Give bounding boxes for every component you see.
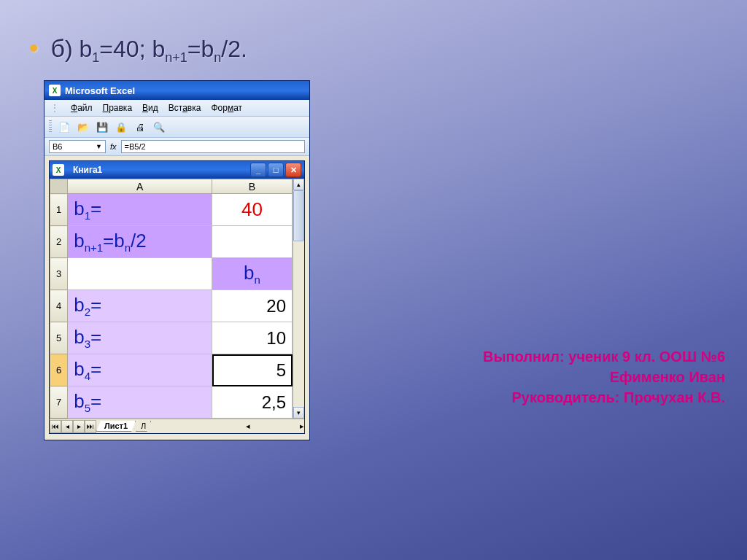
spreadsheet-grid[interactable]: A B 1b1=402bn+1=bn/23bn4b2=205b3=106b4=5… xyxy=(50,179,293,419)
workbook-titlebar[interactable]: X Книга1 _ □ ✕ xyxy=(50,161,304,179)
cell[interactable]: 40 xyxy=(212,194,293,226)
formula-input[interactable]: =B5/2 xyxy=(121,140,305,153)
cell[interactable]: b1= xyxy=(68,194,212,226)
column-header-B[interactable]: B xyxy=(212,179,293,194)
scroll-down-button[interactable]: ▾ xyxy=(293,407,304,419)
sheet-tab-2[interactable]: Л xyxy=(136,421,151,432)
menu-view[interactable]: Вид xyxy=(142,103,158,113)
scroll-right-button[interactable]: ▸ xyxy=(300,421,304,431)
cell[interactable] xyxy=(68,258,212,290)
tab-first-button[interactable]: ⏮ xyxy=(50,420,61,433)
credit-line-3: Руководитель: Прочухан К.В. xyxy=(483,387,725,408)
credit-line-2: Ефименко Иван xyxy=(483,367,725,387)
cell[interactable]: 20 xyxy=(212,290,293,322)
new-button[interactable]: 📄 xyxy=(56,119,72,135)
menu-edit[interactable]: Правка xyxy=(103,103,133,113)
cell[interactable]: b5= xyxy=(68,386,212,419)
heading-letter: б xyxy=(51,34,65,62)
save-button[interactable]: 💾 xyxy=(94,119,110,135)
excel-icon: X xyxy=(49,85,61,96)
cell[interactable]: bn xyxy=(212,258,293,290)
preview-button[interactable]: 🔍 xyxy=(151,119,167,135)
row-header[interactable]: 5 xyxy=(50,322,68,354)
cell[interactable] xyxy=(212,226,293,258)
scroll-up-button[interactable]: ▴ xyxy=(293,179,304,190)
workbook-title: Книга1 xyxy=(73,165,102,175)
minimize-button[interactable]: _ xyxy=(250,163,266,177)
name-box-value: B6 xyxy=(53,142,62,151)
cell[interactable]: 10 xyxy=(212,322,293,354)
menu-format[interactable]: Формат xyxy=(211,103,242,113)
cell[interactable]: bn+1=bn/2 xyxy=(68,226,212,258)
permissions-button[interactable]: 🔒 xyxy=(113,119,129,135)
cell[interactable]: 5 xyxy=(212,354,293,386)
cell[interactable]: b2= xyxy=(68,290,212,322)
toolbar-grip-icon xyxy=(49,120,52,133)
fx-icon[interactable]: fx xyxy=(110,142,117,151)
column-header-A[interactable]: A xyxy=(68,179,212,194)
row-header[interactable]: 2 xyxy=(50,226,68,258)
tab-next-button[interactable]: ▸ xyxy=(73,420,85,433)
bullet-icon: • xyxy=(29,33,39,63)
scroll-thumb[interactable] xyxy=(293,190,304,241)
cell[interactable]: b4= xyxy=(68,354,212,386)
workbook-window: X Книга1 _ □ ✕ A B 1b1=402bn+1=bn/23bn4b… xyxy=(49,160,305,434)
sheet-tab-active[interactable]: Лист1 xyxy=(96,421,136,432)
maximize-button[interactable]: □ xyxy=(268,163,284,177)
menu-grip-icon: ⋮ xyxy=(50,103,59,113)
menu-file[interactable]: Файл xyxy=(71,103,93,113)
row-header[interactable]: 1 xyxy=(50,194,68,226)
scroll-track[interactable] xyxy=(293,190,304,407)
dropdown-icon[interactable]: ▼ xyxy=(96,143,102,150)
workbook-icon: X xyxy=(53,164,64,176)
formula-bar: B6 ▼ fx =B5/2 xyxy=(44,138,309,156)
select-all-corner[interactable] xyxy=(50,179,68,194)
menu-bar: ⋮ Файл Правка Вид Вставка Формат xyxy=(44,100,309,117)
heading-formula: b1=40; bn+1=bn/2. xyxy=(80,36,247,62)
close-button[interactable]: ✕ xyxy=(285,163,301,177)
credits-block: Выполнил: ученик 9 кл. ООШ №6 Ефименко И… xyxy=(483,346,725,408)
slide-heading: • б) b1=40; bn+1=bn/2. xyxy=(29,33,247,66)
standard-toolbar: 📄 📂 💾 🔒 🖨 🔍 xyxy=(44,117,309,138)
credit-line-1: Выполнил: ученик 9 кл. ООШ №6 xyxy=(483,346,725,367)
window-controls: _ □ ✕ xyxy=(250,163,301,177)
print-button[interactable]: 🖨 xyxy=(132,119,148,135)
row-header[interactable]: 4 xyxy=(50,290,68,322)
tab-prev-button[interactable]: ◂ xyxy=(61,420,73,433)
vertical-scrollbar[interactable]: ▴ ▾ xyxy=(293,179,304,419)
cell[interactable]: b3= xyxy=(68,322,212,354)
app-title: Microsoft Excel xyxy=(65,85,135,96)
cell[interactable]: 2,5 xyxy=(212,386,293,419)
tab-navigation: ⏮ ◂ ▸ ⏭ xyxy=(50,420,96,433)
excel-app-window: X Microsoft Excel ⋮ Файл Правка Вид Вста… xyxy=(44,80,310,440)
menu-insert[interactable]: Вставка xyxy=(169,103,201,113)
row-header[interactable]: 7 xyxy=(50,386,68,419)
sheet-tab-strip: ⏮ ◂ ▸ ⏭ Лист1 Л ◂ ▸ xyxy=(50,419,304,433)
horizontal-scrollbar[interactable]: ◂ ▸ xyxy=(246,421,304,431)
row-header[interactable]: 3 xyxy=(50,258,68,290)
name-box[interactable]: B6 ▼ xyxy=(49,140,106,153)
app-titlebar[interactable]: X Microsoft Excel xyxy=(44,81,309,100)
row-header[interactable]: 6 xyxy=(50,354,68,386)
heading-paren: ) xyxy=(65,36,73,62)
tab-last-button[interactable]: ⏭ xyxy=(85,420,96,433)
open-button[interactable]: 📂 xyxy=(75,119,91,135)
